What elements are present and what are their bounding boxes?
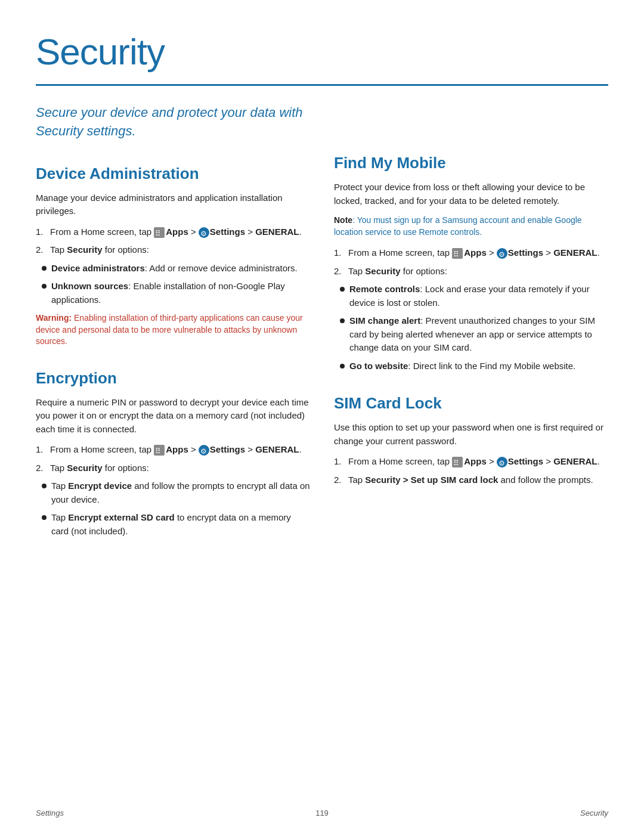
bullet-dot xyxy=(340,364,345,368)
bullet-text: Device administrators: Add or remove dev… xyxy=(51,262,298,275)
footer-center: 119 xyxy=(315,807,329,819)
encryption-body: Require a numeric PIN or password to dec… xyxy=(36,396,310,436)
bullet-text: Tap Encrypt device and follow the prompt… xyxy=(51,479,310,506)
step-number: 2. xyxy=(334,473,345,487)
find-my-mobile-steps: 1. From a Home screen, tap Apps > Settin… xyxy=(334,246,608,278)
bullet-item: Tap Encrypt external SD card to encrypt … xyxy=(42,511,310,538)
footer-right: Security xyxy=(580,807,608,819)
general-label: GENERAL xyxy=(255,444,299,454)
settings-label: Settings xyxy=(210,227,245,237)
page: Security Secure your device and protect … xyxy=(0,0,644,833)
step-item: 2. Tap Security for options: xyxy=(36,243,310,257)
title-divider xyxy=(36,84,608,86)
step-number: 1. xyxy=(334,246,345,260)
bullet-item: SIM change alert: Prevent unauthorized c… xyxy=(340,314,608,355)
gear-icon xyxy=(497,248,507,259)
device-administration-section: Device Administration Manage your device… xyxy=(36,162,310,348)
step-content: Tap Security for options: xyxy=(348,265,608,278)
step-content: From a Home screen, tap Apps > Settings … xyxy=(50,443,310,457)
apps-label: Apps xyxy=(464,456,487,466)
step-item: 1. From a Home screen, tap Apps > Settin… xyxy=(36,443,310,457)
step-number: 1. xyxy=(334,455,345,469)
settings-label: Settings xyxy=(508,456,543,466)
bullet-text: SIM change alert: Prevent unauthorized c… xyxy=(349,314,608,355)
step-number: 1. xyxy=(36,443,47,457)
device-admin-heading: Device Administration xyxy=(36,162,310,185)
bullet-dot xyxy=(340,287,345,292)
apps-icon xyxy=(154,445,165,456)
device-admin-steps: 1. From a Home screen, tap Apps > Settin… xyxy=(36,225,310,257)
settings-label: Settings xyxy=(508,247,543,258)
step-item: 1. From a Home screen, tap Apps > Settin… xyxy=(36,225,310,239)
note-text: Note: You must sign up for a Samsung acc… xyxy=(334,215,608,238)
step-item: 1. From a Home screen, tap Apps > Settin… xyxy=(334,455,608,469)
step-item: 2. Tap Security for options: xyxy=(334,265,608,278)
step-number: 2. xyxy=(36,243,47,257)
settings-label: Settings xyxy=(210,444,245,454)
encryption-bullets: Tap Encrypt device and follow the prompt… xyxy=(42,479,310,538)
bullet-dot xyxy=(42,484,47,488)
sim-card-lock-heading: SIM Card Lock xyxy=(334,392,608,415)
device-admin-bullets: Device administrators: Add or remove dev… xyxy=(42,262,310,307)
sim-card-lock-steps: 1. From a Home screen, tap Apps > Settin… xyxy=(334,455,608,487)
device-admin-body: Manage your device administrators and ap… xyxy=(36,191,310,218)
bullet-text: Tap Encrypt external SD card to encrypt … xyxy=(51,511,310,538)
intro-text: Secure your device and protect your data… xyxy=(36,104,310,141)
gear-icon xyxy=(199,227,209,238)
apps-icon xyxy=(452,248,463,259)
apps-label: Apps xyxy=(166,444,188,454)
bullet-text: Remote controls: Lock and erase your dat… xyxy=(349,283,608,309)
step-number: 1. xyxy=(36,225,47,239)
step-content: Tap Security for options: xyxy=(50,462,310,475)
bullet-text: Go to website: Direct link to the Find m… xyxy=(349,360,575,373)
bullet-dot xyxy=(42,284,47,289)
find-my-mobile-section: Find My Mobile Protect your device from … xyxy=(334,151,608,373)
gear-icon xyxy=(497,457,507,467)
apps-icon xyxy=(452,457,463,467)
step-number: 2. xyxy=(36,462,47,475)
step-content: From a Home screen, tap Apps > Settings … xyxy=(348,455,608,469)
bullet-text: Unknown sources: Enable installation of … xyxy=(51,280,310,306)
right-column: Find My Mobile Protect your device from … xyxy=(334,104,608,557)
step-item: 2. Tap Security > Set up SIM card lock a… xyxy=(334,473,608,487)
step-content: Tap Security > Set up SIM card lock and … xyxy=(348,473,608,487)
encryption-steps: 1. From a Home screen, tap Apps > Settin… xyxy=(36,443,310,475)
step-item: 2. Tap Security for options: xyxy=(36,462,310,475)
sim-card-lock-section: SIM Card Lock Use this option to set up … xyxy=(334,392,608,487)
step-content: Tap Security for options: xyxy=(50,243,310,257)
bullet-item: Unknown sources: Enable installation of … xyxy=(42,280,310,306)
gear-icon xyxy=(199,445,209,456)
sim-card-lock-body: Use this option to set up your password … xyxy=(334,421,608,448)
general-label: GENERAL xyxy=(553,456,597,466)
step-content: From a Home screen, tap Apps > Settings … xyxy=(50,225,310,239)
find-my-mobile-body: Protect your device from loss or theft a… xyxy=(334,181,608,208)
bullet-item: Tap Encrypt device and follow the prompt… xyxy=(42,479,310,506)
general-label: GENERAL xyxy=(255,227,299,237)
footer-left: Settings xyxy=(36,807,64,819)
bullet-dot xyxy=(42,266,47,271)
warning-text: Warning: Enabling installation of third-… xyxy=(36,312,310,348)
bullet-dot xyxy=(42,515,47,520)
step-item: 1. From a Home screen, tap Apps > Settin… xyxy=(334,246,608,260)
step-number: 2. xyxy=(334,265,345,278)
encryption-heading: Encryption xyxy=(36,367,310,390)
page-title: Security xyxy=(36,24,608,79)
find-my-mobile-heading: Find My Mobile xyxy=(334,151,608,175)
encryption-section: Encryption Require a numeric PIN or pass… xyxy=(36,367,310,538)
general-label: GENERAL xyxy=(553,247,597,258)
bullet-item: Go to website: Direct link to the Find m… xyxy=(340,360,608,373)
bullet-item: Device administrators: Add or remove dev… xyxy=(42,262,310,275)
step-content: From a Home screen, tap Apps > Settings … xyxy=(348,246,608,260)
apps-icon xyxy=(154,227,165,238)
left-column: Secure your device and protect your data… xyxy=(36,104,310,557)
apps-label: Apps xyxy=(166,227,188,237)
bullet-dot xyxy=(340,318,345,323)
find-my-mobile-bullets: Remote controls: Lock and erase your dat… xyxy=(340,283,608,373)
apps-label: Apps xyxy=(464,247,487,258)
bullet-item: Remote controls: Lock and erase your dat… xyxy=(340,283,608,309)
